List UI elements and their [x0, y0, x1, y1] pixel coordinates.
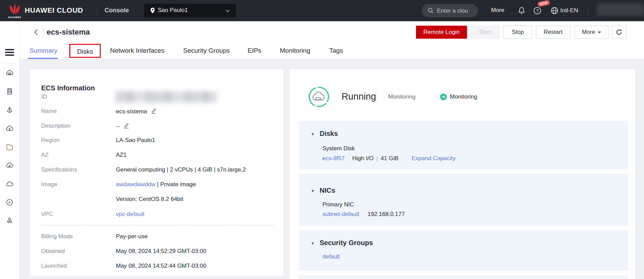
description-value: --: [116, 123, 130, 130]
top-header-bar: HUAWEI HUAWEI CLOUD Console Sao Paulo1 M…: [0, 0, 644, 21]
nics-section-title[interactable]: NICs: [320, 187, 335, 194]
page-title-bar: ecs-sistema Remote Login Start Stop Rest…: [19, 21, 644, 43]
header-divider: [97, 6, 97, 15]
billing-mode-label: Billing Mode: [41, 233, 73, 240]
subnet-link[interactable]: subnet-default: [322, 211, 359, 217]
brand-name: HUAWEI CLOUD: [25, 6, 83, 14]
page-title: ecs-sistema: [47, 28, 90, 37]
left-icon-sidebar: IP: [0, 21, 20, 279]
status-running-text: Running: [342, 91, 376, 102]
obtained-label: Obtained: [41, 248, 65, 255]
billing-mode-value: Pay-per-use: [116, 233, 148, 240]
monitoring-arrow-icon[interactable]: [440, 93, 447, 101]
cloud-icon[interactable]: [5, 180, 14, 188]
system-disk-label: System Disk: [322, 145, 355, 152]
language-selector[interactable]: Intl-EN: [560, 7, 578, 14]
sidebar-divider: [3, 63, 16, 64]
title-divider: [43, 28, 44, 37]
image-name-link[interactable]: awdawdawddw: [116, 181, 155, 188]
next-section-sliver: [299, 275, 628, 279]
start-button[interactable]: Start: [471, 26, 500, 39]
obtained-value: May 08, 2024 14:52:29 GMT-03:00: [116, 248, 206, 255]
id-label: ID: [41, 93, 47, 100]
specifications-label: Specifications: [41, 166, 77, 173]
status-divider: [376, 89, 376, 105]
instance-status-panel: Running Monitoring Monitoring ▼ Disks Sy…: [289, 69, 635, 279]
edit-description-icon[interactable]: [123, 123, 130, 129]
remote-login-button[interactable]: Remote Login: [416, 26, 467, 39]
ecs-icon[interactable]: [5, 69, 14, 77]
image-type-text: | Private image: [157, 181, 196, 188]
description-text: --: [116, 123, 120, 129]
edit-name-icon[interactable]: [151, 108, 157, 114]
search-input[interactable]: [436, 5, 475, 16]
disk-size-text: 41 GiB: [381, 155, 398, 162]
restart-button[interactable]: Restart: [536, 26, 570, 39]
eip-icon[interactable]: IP: [5, 198, 14, 206]
tab-eips[interactable]: EIPs: [248, 47, 261, 54]
globe-language-icon[interactable]: [550, 6, 559, 15]
header-more-menu[interactable]: More: [491, 7, 504, 14]
cluster-icon[interactable]: [5, 217, 14, 225]
tab-disks[interactable]: Disks: [70, 48, 100, 55]
back-arrow-icon[interactable]: [32, 28, 40, 36]
region-name: Sao Paulo1: [158, 7, 188, 14]
image-label: Image: [41, 181, 57, 188]
nics-section: ▼ NICs Primary NIC subnet-default192.168…: [299, 174, 628, 226]
disks-section-title[interactable]: Disks: [320, 130, 338, 138]
help-question-icon[interactable]: ?: [533, 6, 542, 15]
console-link[interactable]: Console: [105, 7, 129, 14]
tab-network-interfaces[interactable]: Network Interfaces: [110, 47, 164, 54]
vpc-link[interactable]: vpc-default: [116, 211, 144, 218]
system-disk-row: ecs-8f57High I/O|41 GiBExpand Capacity: [322, 155, 456, 162]
collapse-triangle-icon[interactable]: ▼: [311, 241, 315, 246]
cloud-play-icon[interactable]: [5, 162, 14, 170]
monitoring-label: Monitoring: [388, 93, 415, 100]
user-account-redacted[interactable]: [597, 3, 644, 16]
global-search: [422, 4, 478, 17]
security-group-row: default: [322, 253, 340, 260]
launched-value: May 08, 2024 14:52:44 GMT-03:00: [116, 263, 206, 269]
collapse-triangle-icon[interactable]: ▼: [311, 132, 315, 137]
specifications-value: General computing | 2 vCPUs | 4 GiB | s7…: [116, 166, 246, 173]
image-upload-icon[interactable]: [5, 125, 14, 133]
evs-disk-icon[interactable]: [5, 87, 14, 96]
name-value: ecs-sistema: [116, 108, 157, 115]
tab-tags[interactable]: Tags: [329, 47, 343, 54]
az-value: AZ1: [116, 152, 127, 158]
auto-scaling-icon[interactable]: [5, 106, 14, 114]
monitoring-link[interactable]: Monitoring: [450, 93, 477, 100]
stop-button[interactable]: Stop: [503, 26, 532, 39]
collapse-triangle-icon[interactable]: ▼: [311, 189, 315, 193]
region-selector[interactable]: Sao Paulo1: [144, 4, 236, 17]
disk-name-link[interactable]: ecs-8f57: [322, 155, 345, 162]
expand-capacity-link[interactable]: Expand Capacity: [412, 155, 456, 162]
notifications-bell-icon[interactable]: [517, 6, 526, 15]
name-text: ecs-sistema: [116, 108, 147, 115]
tab-summary[interactable]: Summary: [29, 47, 57, 54]
image-version-value: Version: CentOS 8.2 64bit: [116, 196, 183, 203]
disk-tier-text: High I/O: [352, 155, 373, 162]
description-label: Description: [41, 123, 70, 129]
detail-tabs: Summary Disks Network Interfaces Securit…: [19, 43, 644, 59]
huawei-logo-icon[interactable]: [8, 2, 21, 16]
folder-icon[interactable]: [5, 143, 14, 151]
security-group-link[interactable]: default: [322, 253, 340, 260]
disks-section: ▼ Disks System Disk ecs-8f57High I/O|41 …: [299, 121, 628, 169]
more-actions-button[interactable]: More: [574, 26, 609, 39]
tab-monitoring[interactable]: Monitoring: [280, 47, 310, 54]
az-label: AZ: [41, 152, 49, 158]
region-label: Region: [41, 137, 60, 144]
more-actions-label: More: [582, 29, 595, 35]
tab-security-groups[interactable]: Security Groups: [183, 47, 230, 54]
ecs-information-panel: ECS Information ID Name ecs-sistema Desc…: [30, 69, 283, 276]
header-divider: [588, 6, 588, 15]
security-groups-section-title[interactable]: Security Groups: [320, 239, 373, 247]
name-label: Name: [41, 108, 57, 115]
private-ip-text: 192.168.0.177: [368, 211, 405, 217]
svg-text:IP: IP: [8, 201, 11, 204]
new-badge: NEW: [537, 0, 550, 7]
active-tab-underline: [28, 58, 58, 59]
refresh-button[interactable]: [612, 26, 626, 39]
menu-icon[interactable]: [5, 49, 14, 56]
